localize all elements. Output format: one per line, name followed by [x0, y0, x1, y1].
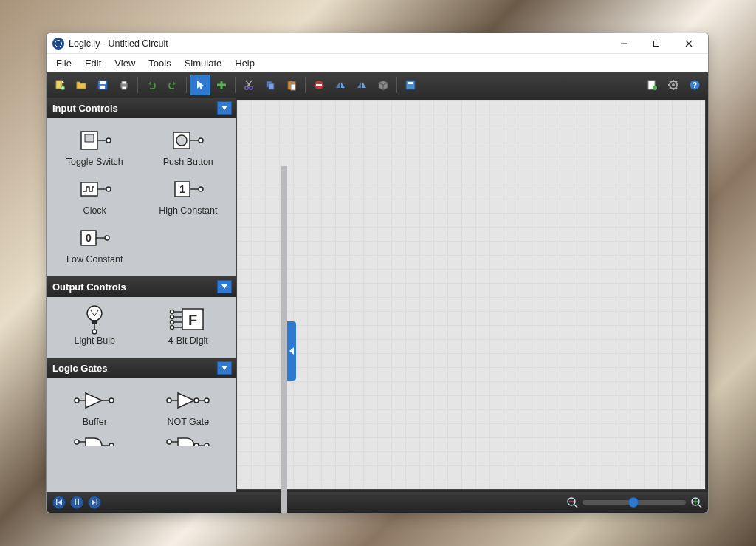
svg-rect-11 [122, 81, 126, 84]
menu-help[interactable]: Help [228, 55, 261, 71]
menu-simulate[interactable]: Simulate [178, 55, 229, 71]
svg-line-40 [670, 81, 671, 83]
svg-text:1: 1 [179, 183, 185, 195]
component-light-bulb[interactable]: Light Bulb [48, 301, 142, 350]
component-buffer[interactable]: Buffer [48, 383, 142, 431]
sidebar-collapse-handle[interactable] [287, 321, 296, 381]
menu-edit[interactable]: Edit [78, 55, 108, 71]
sidebar-scroll-track[interactable] [281, 166, 287, 513]
add-tool-button[interactable] [211, 75, 232, 95]
svg-rect-31 [408, 82, 413, 84]
svg-marker-14 [173, 81, 176, 86]
close-button[interactable] [673, 33, 705, 54]
copy-button[interactable] [260, 75, 281, 95]
svg-point-92 [205, 398, 209, 403]
flip-horizontal-button[interactable] [330, 75, 351, 95]
svg-point-98 [109, 443, 114, 446]
section-header-gates[interactable]: Logic Gates [47, 358, 236, 378]
menu-view[interactable]: View [108, 55, 142, 71]
palette-output: Light Bulb F 4-Bit Digit [47, 297, 236, 358]
section-header-input[interactable]: Input Controls [47, 98, 236, 118]
component-label: Low Constant [66, 254, 123, 265]
circuit-canvas[interactable] [236, 100, 706, 490]
push-button-icon [169, 127, 207, 154]
section-title: Output Controls [52, 281, 126, 293]
svg-rect-24 [316, 84, 322, 86]
component-clock[interactable]: Clock [48, 171, 142, 220]
delete-button[interactable] [309, 75, 329, 95]
component-label: NOT Gate [167, 417, 209, 427]
step-sim-button[interactable] [88, 496, 101, 509]
save-file-button[interactable] [92, 75, 113, 95]
minimize-button[interactable] [608, 33, 640, 54]
pause-sim-button[interactable] [70, 496, 83, 509]
zoom-slider-thumb[interactable] [628, 497, 639, 508]
component-and-gate[interactable] [48, 431, 142, 446]
svg-point-93 [75, 440, 79, 444]
run-button[interactable] [400, 75, 421, 95]
zoom-out-button[interactable] [566, 496, 578, 508]
svg-point-61 [199, 187, 203, 191]
svg-text:?: ? [693, 81, 697, 89]
four-bit-digit-icon: F [168, 306, 209, 332]
svg-point-33 [653, 86, 657, 90]
component-four-bit-digit[interactable]: F 4-Bit Digit [142, 301, 236, 350]
settings-button[interactable] [663, 75, 684, 95]
svg-point-86 [109, 398, 114, 403]
component-low-constant[interactable]: 0 Low Constant [48, 220, 142, 269]
undo-button[interactable] [141, 75, 162, 95]
svg-rect-19 [269, 83, 274, 89]
toggle-switch-icon [75, 127, 114, 154]
toolbar: ? [47, 72, 708, 98]
svg-marker-89 [178, 393, 194, 408]
paste-button[interactable] [281, 75, 302, 95]
cut-button[interactable] [238, 75, 259, 95]
svg-rect-112 [97, 499, 98, 505]
svg-rect-22 [291, 84, 295, 90]
component-push-button[interactable]: Push Button [142, 123, 236, 171]
flip-vertical-button[interactable] [351, 75, 372, 95]
collapse-button[interactable] [217, 361, 232, 375]
svg-line-41 [676, 81, 678, 83]
help-button[interactable]: ? [684, 75, 705, 95]
component-nand-gate[interactable] [142, 431, 236, 446]
collapse-button[interactable] [217, 101, 232, 115]
svg-marker-27 [357, 82, 361, 88]
zoom-in-button[interactable] [690, 496, 702, 508]
print-button[interactable] [114, 75, 134, 95]
svg-marker-111 [92, 499, 96, 505]
menu-tools[interactable]: Tools [142, 55, 177, 71]
restart-sim-button[interactable] [52, 496, 66, 509]
menu-file[interactable]: File [49, 55, 78, 71]
document-button[interactable] [642, 75, 662, 95]
svg-marker-15 [197, 81, 204, 89]
component-label: Toggle Switch [66, 157, 123, 167]
svg-rect-109 [75, 499, 76, 505]
svg-point-99 [167, 440, 171, 444]
redo-button[interactable] [162, 75, 183, 95]
new-file-button[interactable] [49, 75, 70, 95]
collapse-button[interactable] [217, 280, 232, 293]
svg-line-117 [698, 505, 701, 508]
component-not-gate[interactable]: NOT Gate [142, 383, 236, 431]
package-button[interactable] [373, 75, 394, 95]
svg-text:F: F [188, 312, 197, 328]
svg-line-42 [670, 88, 671, 89]
component-label: Push Button [163, 157, 213, 167]
svg-point-105 [205, 443, 209, 446]
selection-tool-button[interactable] [190, 75, 210, 95]
svg-point-16 [245, 86, 248, 89]
component-high-constant[interactable]: 1 High Constant [142, 171, 236, 220]
component-toggle-switch[interactable]: Toggle Switch [48, 123, 142, 171]
svg-rect-9 [100, 86, 105, 89]
svg-point-35 [672, 83, 675, 86]
open-file-button[interactable] [71, 75, 92, 95]
menu-bar: File Edit View Tools Simulate Help [47, 54, 708, 72]
maximize-button[interactable] [640, 33, 673, 54]
zoom-slider[interactable] [583, 500, 686, 505]
app-window: Logic.ly - Untitled Circuit File Edit Vi… [46, 33, 709, 513]
section-header-output[interactable]: Output Controls [47, 276, 236, 297]
svg-point-70 [92, 330, 97, 334]
svg-point-50 [106, 138, 111, 143]
svg-rect-12 [122, 86, 126, 89]
